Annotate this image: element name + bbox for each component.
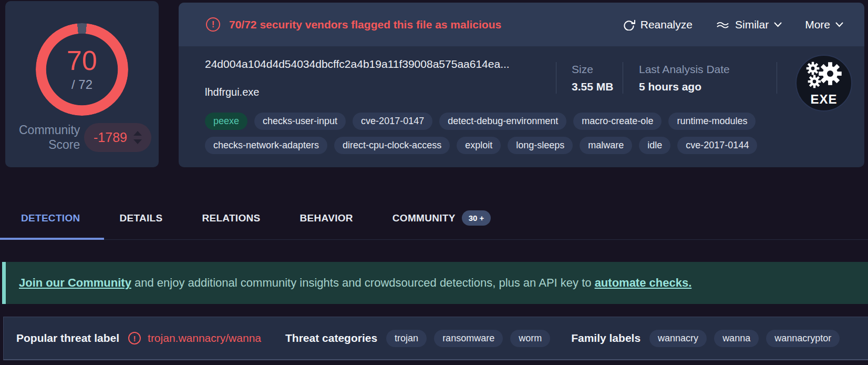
file-tag[interactable]: runtime-modules — [668, 113, 756, 130]
reanalyze-button[interactable]: Reanalyze — [623, 18, 693, 31]
file-tag[interactable]: cve-2017-0144 — [677, 137, 757, 154]
last-analysis-value: 5 hours ago — [639, 80, 730, 93]
tab-details[interactable]: DETAILS — [119, 212, 162, 224]
alert-icon — [128, 332, 141, 344]
community-score-value: -1789 — [94, 130, 127, 145]
file-sha256: 24d004a104d4d54034dbcffc2a4b19a11f39008a… — [205, 58, 510, 70]
exe-file-type-icon: EXE — [795, 55, 852, 111]
last-analysis-block: Last Analysis Date 5 hours ago — [639, 63, 730, 93]
threat-classification-card: Popular threat label trojan.wannacry/wan… — [3, 317, 868, 360]
file-name: lhdfrgui.exe — [205, 86, 259, 98]
community-score-label: Community Score — [19, 123, 80, 153]
banner-text: and enjoy additional community insights … — [131, 276, 595, 289]
family-label-pill: wannacryptor — [766, 330, 840, 347]
vote-down-icon[interactable] — [133, 139, 142, 144]
family-labels: wannacrywannawannacryptor — [649, 330, 840, 347]
file-tag[interactable]: long-sleeps — [508, 137, 573, 154]
file-size-block: Size 3.55 MB — [572, 63, 613, 93]
detections-count: 70 — [67, 47, 97, 74]
vote-up-icon[interactable] — [133, 131, 142, 136]
community-score-pill: -1789 — [84, 123, 151, 152]
file-tag[interactable]: peexe — [205, 113, 247, 130]
tab-community[interactable]: COMMUNITY 30 + — [392, 210, 491, 226]
active-tab-underline — [0, 238, 104, 240]
tab-behavior[interactable]: BEHAVIOR — [300, 212, 353, 224]
chevron-down-icon — [774, 22, 782, 27]
file-tag[interactable]: checks-user-input — [254, 113, 346, 130]
divider — [556, 62, 556, 94]
divider — [777, 62, 777, 94]
family-label-pill: wannacry — [649, 330, 707, 347]
file-tag[interactable]: checks-network-adapters — [205, 137, 327, 154]
file-tag[interactable]: exploit — [457, 137, 501, 154]
community-vote-arrows[interactable] — [133, 131, 142, 144]
report-tabs: DETECTION DETAILS RELATIONS BEHAVIOR COM… — [0, 195, 868, 241]
file-tag[interactable]: direct-cpu-clock-access — [334, 137, 450, 154]
tab-relations[interactable]: RELATIONS — [202, 212, 260, 224]
threat-category-pill: trojan — [386, 330, 427, 347]
file-tag[interactable]: malware — [580, 137, 632, 154]
detections-total: / 72 — [71, 77, 92, 92]
tab-detection[interactable]: DETECTION — [21, 212, 80, 224]
popular-threat-label: Popular threat label — [16, 332, 119, 344]
tabs-separator — [0, 239, 868, 240]
malicious-alert-banner: 70/72 security vendors flagged this file… — [179, 3, 864, 46]
family-label-pill: wanna — [714, 330, 759, 347]
refresh-icon — [623, 18, 635, 31]
alert-icon — [206, 17, 220, 32]
threat-categories: trojanransomwareworm — [386, 330, 550, 347]
threat-category-pill: ransomware — [434, 330, 503, 347]
size-value: 3.55 MB — [572, 80, 613, 93]
file-tag[interactable]: idle — [639, 137, 670, 154]
file-tags-row-1: peexechecks-user-inputcve-2017-0147detec… — [205, 113, 756, 130]
file-report-card: 70/72 security vendors flagged this file… — [179, 3, 864, 167]
malicious-alert-text: 70/72 security vendors flagged this file… — [229, 18, 501, 31]
last-analysis-label: Last Analysis Date — [639, 63, 730, 76]
more-button[interactable]: More — [805, 18, 843, 31]
divider — [623, 62, 623, 94]
chevron-down-icon — [835, 22, 843, 27]
file-tag[interactable]: cve-2017-0147 — [353, 113, 432, 130]
automate-checks-link[interactable]: automate checks. — [595, 276, 692, 289]
family-labels-label: Family labels — [571, 332, 640, 344]
community-count-badge: 30 + — [462, 210, 491, 226]
virustotal-file-report: { "score_card": { "score": "70", "score_… — [0, 0, 868, 365]
file-tags-row-2: checks-network-adaptersdirect-cpu-clock-… — [205, 137, 757, 154]
join-community-link[interactable]: Join our Community — [19, 276, 131, 289]
file-tag[interactable]: detect-debug-environment — [439, 113, 566, 130]
exe-label: EXE — [810, 92, 837, 106]
threat-category-pill: worm — [510, 330, 550, 347]
similar-button[interactable]: Similar — [716, 18, 782, 31]
detection-score-card: 70 / 72 Community Score -1789 — [5, 1, 159, 167]
popular-threat-value: trojan.wannacry/wanna — [148, 332, 261, 344]
size-label: Size — [572, 63, 613, 76]
file-tag[interactable]: macro-create-ole — [573, 113, 662, 130]
threat-categories-label: Threat categories — [285, 332, 377, 344]
similarity-waves-icon — [716, 19, 730, 31]
join-community-banner: Join our Community and enjoy additional … — [2, 262, 868, 304]
